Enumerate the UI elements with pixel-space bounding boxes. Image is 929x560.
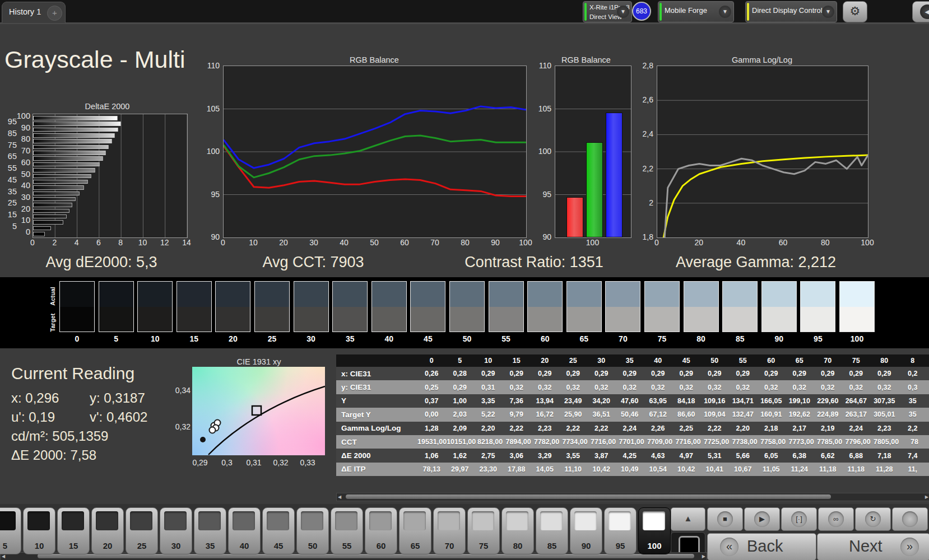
table-cell: 7796,00 <box>844 438 872 446</box>
source-dropdown[interactable]: Mobile Forge ▼ <box>658 1 734 22</box>
table-cell: 0,29 <box>870 370 899 377</box>
table-cell: 10,54 <box>644 465 672 473</box>
back-button[interactable]: « Back <box>707 533 816 560</box>
patch-button-55[interactable]: 55 <box>331 507 363 554</box>
patch-button-25[interactable]: 25 <box>126 507 158 554</box>
patch-button-60[interactable]: 60 <box>365 507 397 554</box>
loop-button[interactable]: ∞ <box>818 507 854 531</box>
range-button[interactable]: [·] <box>781 507 817 531</box>
patch-button-100[interactable]: 100 <box>638 507 671 554</box>
patch-button-95[interactable]: 95 <box>604 507 637 554</box>
cie-chart-title: CIE 1931 xy <box>237 357 281 366</box>
table-scroll-right-icon[interactable]: ▶ <box>925 494 928 500</box>
settings-button[interactable]: ⚙ <box>843 1 867 22</box>
table-cell: 0,29 <box>700 370 729 377</box>
strip-swatch-target <box>840 307 874 332</box>
meter-dropdown-arrow-icon[interactable]: ▼ <box>617 6 629 18</box>
display-control-dropdown-arrow-icon[interactable]: ▼ <box>822 6 834 18</box>
refresh-button[interactable]: ↻ <box>855 507 891 531</box>
strip-swatch-label: 10 <box>137 334 173 343</box>
patch-button-30[interactable]: 30 <box>160 507 192 554</box>
next-button[interactable]: Next » <box>817 533 929 560</box>
current-reading-title: Current Reading <box>11 364 134 383</box>
stat-avg-cct: Avg CCT: 7903 <box>262 254 364 271</box>
play-button[interactable]: ▶ <box>744 507 780 531</box>
extra-button[interactable] <box>892 507 928 531</box>
strip-swatch-label: 70 <box>605 334 640 343</box>
strip-swatch-label: 85 <box>722 334 758 343</box>
table-cell: 2,22 <box>587 424 616 432</box>
table-cell: 160,91 <box>757 410 786 418</box>
pattern-up-button[interactable]: ▲ <box>671 507 705 531</box>
strip-swatch <box>410 281 445 332</box>
patch-button-85[interactable]: 85 <box>536 507 568 554</box>
patch-button-20[interactable]: 20 <box>91 507 124 554</box>
deltae-xtick: 6 <box>96 238 101 247</box>
deltae-chart-title: DeltaE 2000 <box>85 102 130 111</box>
gamma-xtick: 40 <box>737 238 746 247</box>
table-row-label: Y <box>336 396 417 405</box>
strip-swatch <box>59 281 95 332</box>
table-cell: 109,16 <box>700 397 729 405</box>
table-row: x: CIE310,260,280,290,290,290,290,290,29… <box>336 367 929 380</box>
rgb-line-xtick: 0 <box>221 238 225 247</box>
patch-button-5[interactable]: 5 <box>0 507 21 554</box>
patch-button-80[interactable]: 80 <box>501 507 534 554</box>
display-control-dropdown[interactable]: Direct Display Control ▼ <box>745 1 837 22</box>
table-cell: 3,29 <box>531 452 559 460</box>
table-row: Gamma Log/Log1,282,092,202,222,232,222,2… <box>336 422 929 435</box>
table-cell: 9,79 <box>503 410 531 418</box>
gamma-chart-title: Gamma Log/Log <box>732 55 792 64</box>
patch-button-40[interactable]: 40 <box>228 507 261 554</box>
table-column-header: 8 <box>899 357 927 365</box>
gamma-xtick: 100 <box>861 238 874 247</box>
table-scroll-left-icon[interactable]: ◀ <box>338 494 341 500</box>
patch-button-90[interactable]: 90 <box>570 507 602 554</box>
table-cell: 1,62 <box>446 452 475 460</box>
patch-button-35[interactable]: 35 <box>194 507 226 554</box>
table-cell: 11, <box>899 465 927 473</box>
source-dropdown-arrow-icon[interactable]: ▼ <box>719 6 731 18</box>
table-cell: 2,03 <box>446 410 475 418</box>
strip-swatch-target <box>801 307 835 332</box>
patch-button-65[interactable]: 65 <box>399 507 431 554</box>
deltae-xtick: 10 <box>138 238 147 247</box>
strip-swatch-label: 40 <box>371 334 407 343</box>
patch-button-75[interactable]: 75 <box>467 507 500 554</box>
patch-button-45[interactable]: 45 <box>262 507 295 554</box>
reading-x: x: 0,296 <box>11 390 59 406</box>
patch-scrollbar-thumb[interactable] <box>38 554 694 558</box>
patch-button-50[interactable]: 50 <box>296 507 329 554</box>
luminance-badge[interactable]: 683 <box>632 2 651 21</box>
table-cell: 2,22 <box>700 424 729 432</box>
table-cell: 6,38 <box>786 452 814 460</box>
strip-swatch-target <box>450 307 484 332</box>
play-icon: ▶ <box>754 511 770 527</box>
patch-button-15[interactable]: 15 <box>57 507 90 554</box>
add-tab-button[interactable]: + <box>47 6 62 21</box>
deltae-bar <box>33 139 112 143</box>
table-cell: 0,28 <box>446 370 475 377</box>
patch-label: 90 <box>570 541 602 550</box>
table-scrollbar[interactable]: ◀ ▶ <box>336 493 929 501</box>
patch-scroll-right-icon[interactable]: ▶ <box>702 554 705 559</box>
collapse-panel-button[interactable]: ◀ <box>912 1 929 22</box>
strip-swatch-actual <box>645 282 679 307</box>
table-scrollbar-thumb[interactable] <box>346 494 831 499</box>
stop-button[interactable]: ■ <box>707 507 743 531</box>
strip-swatch <box>761 281 797 332</box>
table-cell: 0,32 <box>786 384 814 391</box>
table-cell: 0,32 <box>729 384 758 391</box>
reading-luminance: cd/m²: 505,1359 <box>11 428 108 444</box>
rgb-bar-blue <box>606 113 623 237</box>
rgb-line-xtick: 20 <box>279 238 288 247</box>
patch-scroll-left-icon[interactable]: ◀ <box>2 554 5 559</box>
patch-button-10[interactable]: 10 <box>23 507 55 554</box>
strip-swatch-actual <box>723 282 757 307</box>
table-cell: 2,22 <box>559 424 588 432</box>
patch-button-70[interactable]: 70 <box>433 507 466 554</box>
table-cell: 307,35 <box>870 397 899 405</box>
meter-dropdown[interactable]: X-Rite i1Pro 3 Direct View ▼ <box>583 1 632 22</box>
tab-history-1[interactable]: History 1 + <box>2 2 66 23</box>
table-cell: 78,13 <box>417 465 446 473</box>
